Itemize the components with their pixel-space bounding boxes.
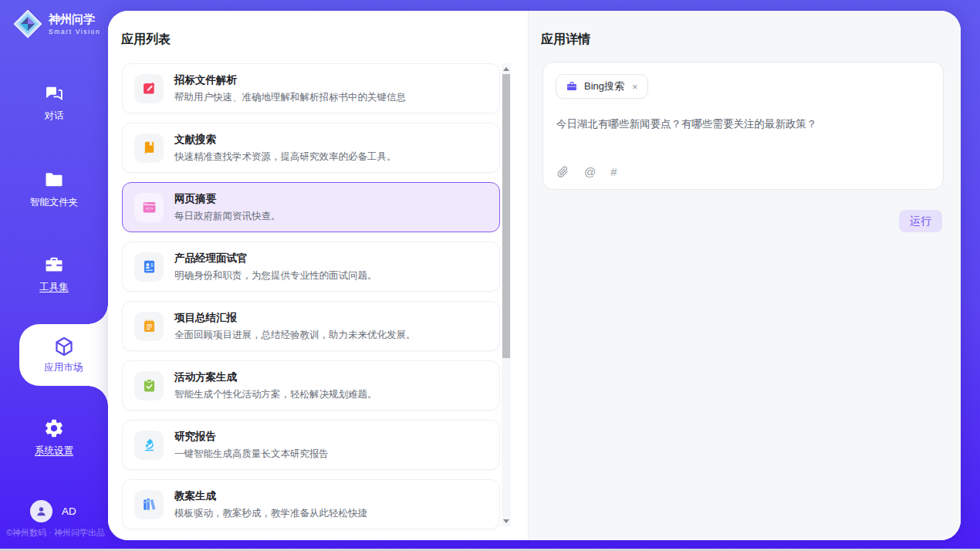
toolbox-icon [43, 254, 65, 276]
book-icon [134, 134, 164, 163]
app-card-desc: 明确身份和职责，为您提供专业性的面试问题。 [174, 269, 377, 282]
sidebar: 神州问学 Smart Vision 对话 智能文件夹 工具集 应用市场 系统设置 [0, 0, 108, 551]
clipboard-icon [134, 371, 164, 401]
app-card[interactable]: 教案生成 模板驱动，教案秒成，教学准备从此轻松快捷 [122, 479, 500, 529]
app-card-desc: 帮助用户快速、准确地理解和解析招标书中的关键信息 [174, 91, 406, 104]
attachment-icon[interactable] [556, 165, 569, 178]
input-toolbar: @ # [556, 165, 617, 178]
sidebar-item-label: 应用市场 [45, 361, 83, 374]
paperclip-icon [556, 165, 569, 178]
run-button[interactable]: 运行 [899, 210, 942, 232]
sidebar-item-label: 对话 [45, 110, 64, 123]
gear-icon [43, 417, 65, 439]
app-card[interactable]: 研究报告 一键智能生成高质量长文本研究报告 [122, 420, 500, 470]
app-card-desc: 智能生成个性化活动方案，轻松解决规划难题。 [174, 388, 377, 401]
app-list: 招标文件解析 帮助用户快速、准确地理解和解析招标书中的关键信息 文献搜索 快速精… [122, 63, 500, 537]
app-card-text: 网页摘要 每日政府新闻资讯快查。 [174, 192, 281, 223]
app-card-text: 研究报告 一键智能生成高质量长文本研究报告 [174, 430, 329, 461]
resume-icon [134, 252, 164, 282]
sidebar-item-label: 系统设置 [35, 445, 73, 458]
brand-name: 神州问学 [49, 12, 100, 25]
brand-diamond-icon [12, 8, 43, 39]
sidebar-item-app-market[interactable]: 应用市场 [19, 324, 108, 386]
app-card-desc: 快速精准查找学术资源，提高研究效率的必备工具。 [174, 150, 397, 164]
browser-icon: </> [134, 193, 164, 222]
briefcase-icon [566, 80, 578, 93]
sidebar-item-label: 工具集 [39, 281, 69, 294]
books-icon [134, 490, 164, 519]
sidebar-item-smart-folders[interactable]: 智能文件夹 [0, 169, 108, 209]
edit-icon [134, 74, 164, 103]
app-card-title: 文献搜索 [174, 133, 397, 147]
app-card[interactable]: 项目总结汇报 全面回顾项目进展，总结经验教训，助力未来优化发展。 [122, 301, 500, 351]
tool-tag-bing-search[interactable]: Bing搜索 × [556, 74, 648, 99]
svg-text:</>: </> [145, 206, 154, 211]
user-name: AD [62, 505, 76, 517]
nav-curve-top [88, 304, 108, 324]
app-card-text: 项目总结汇报 全面回顾项目进展，总结经验教训，助力未来优化发展。 [174, 311, 416, 342]
tool-tag-label: Bing搜索 [584, 79, 624, 93]
app-card[interactable]: 文献搜索 快速精准查找学术资源，提高研究效率的必备工具。 [122, 123, 500, 173]
app-list-panel: 应用列表 招标文件解析 帮助用户快速、准确地理解和解析招标书中的关键信息 文献搜… [108, 11, 528, 540]
sidebar-item-chat[interactable]: 对话 [0, 83, 108, 123]
mention-icon[interactable]: @ [584, 165, 596, 178]
scroll-down-icon[interactable] [502, 516, 511, 526]
sidebar-item-toolset[interactable]: 工具集 [0, 254, 108, 294]
app-card-text: 活动方案生成 智能生成个性化活动方案，轻松解决规划难题。 [174, 370, 377, 401]
app-config-card: Bing搜索 × 今日湖北有哪些新闻要点？有哪些需要关注的最新政策？ @ # [542, 62, 944, 190]
app-card-desc: 模板驱动，教案秒成，教学准备从此轻松快捷 [174, 507, 367, 520]
app-card-text: 文献搜索 快速精准查找学术资源，提高研究效率的必备工具。 [174, 133, 397, 164]
app-detail-title: 应用详情 [541, 32, 590, 48]
nav-curve-bottom [88, 386, 108, 406]
app-card-desc: 每日政府新闻资讯快查。 [174, 210, 281, 223]
scrollbar[interactable] [502, 63, 511, 526]
chat-icon [43, 83, 65, 104]
user-profile[interactable]: AD [30, 500, 76, 522]
app-card-title: 研究报告 [174, 430, 329, 444]
brand-subtitle: Smart Vision [49, 28, 100, 35]
tag-close-icon[interactable]: × [632, 81, 638, 93]
preset-question-text: 今日湖北有哪些新闻要点？有哪些需要关注的最新政策？ [556, 117, 928, 132]
scroll-up-icon[interactable] [502, 64, 511, 73]
app-card-text: 教案生成 模板驱动，教案秒成，教学准备从此轻松快捷 [174, 489, 367, 520]
app-card[interactable]: </> 网页摘要 每日政府新闻资讯快查。 [122, 182, 500, 232]
notepad-icon [134, 312, 164, 341]
app-card-desc: 全面回顾项目进展，总结经验教训，助力未来优化发展。 [174, 329, 416, 342]
app-card-title: 产品经理面试官 [174, 252, 377, 265]
app-card[interactable]: 活动方案生成 智能生成个性化活动方案，轻松解决规划难题。 [122, 360, 500, 411]
brand-logo: 神州问学 Smart Vision [12, 8, 100, 39]
app-card-text: 产品经理面试官 明确身份和职责，为您提供专业性的面试问题。 [174, 252, 377, 282]
scrollbar-thumb[interactable] [502, 74, 510, 358]
app-card[interactable]: 招标文件解析 帮助用户快速、准确地理解和解析招标书中的关键信息 [122, 63, 500, 113]
copyright-footer: ©神州数码 · 神州问学出品 [6, 527, 105, 539]
app-detail-panel: 应用详情 Bing搜索 × 今日湖北有哪些新闻要点？有哪些需要关注的最新政策？ [528, 11, 961, 540]
app-card-title: 项目总结汇报 [174, 311, 416, 325]
app-card-title: 活动方案生成 [174, 370, 377, 384]
hashtag-icon[interactable]: # [610, 165, 617, 178]
avatar [30, 500, 52, 522]
app-card[interactable]: 产品经理面试官 明确身份和职责，为您提供专业性的面试问题。 [122, 242, 500, 292]
person-icon [35, 505, 48, 518]
microscope-icon [134, 431, 164, 460]
app-card-text: 招标文件解析 帮助用户快速、准确地理解和解析招标书中的关键信息 [174, 73, 406, 104]
cube-icon [53, 336, 75, 357]
app-card-desc: 一键智能生成高质量长文本研究报告 [174, 448, 329, 461]
app-card-title: 招标文件解析 [174, 73, 406, 87]
main-window: 应用列表 招标文件解析 帮助用户快速、准确地理解和解析招标书中的关键信息 文献搜… [108, 11, 961, 540]
sidebar-item-label: 智能文件夹 [30, 196, 79, 209]
sidebar-item-system-settings[interactable]: 系统设置 [0, 417, 108, 458]
app-list-title: 应用列表 [121, 32, 171, 48]
app-card-title: 网页摘要 [174, 192, 281, 206]
folder-icon [43, 169, 65, 191]
app-card-title: 教案生成 [174, 489, 367, 503]
